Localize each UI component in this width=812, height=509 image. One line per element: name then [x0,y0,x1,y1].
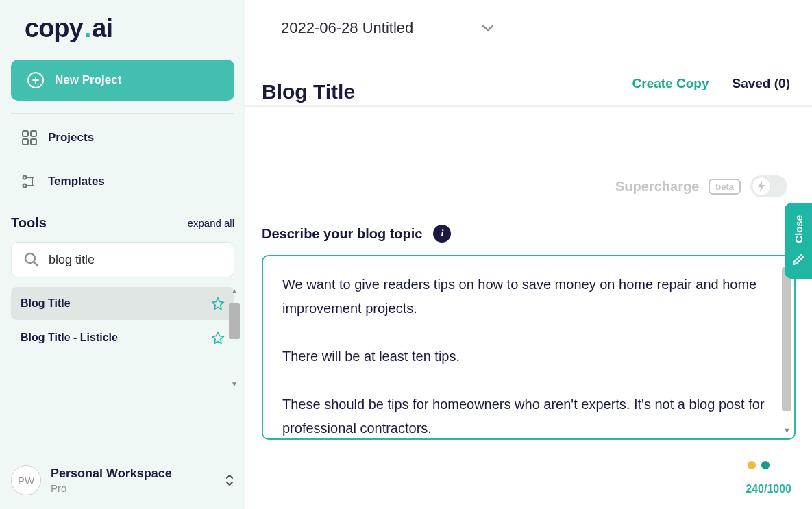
tool-item-blog-title[interactable]: Blog Title [11,287,234,320]
svg-point-5 [23,184,27,188]
logo: copy.ai [0,14,245,60]
prompt-label: Describe your blog topic [262,226,422,242]
project-title: 2022-06-28 Untitled [281,19,413,37]
pencil-icon [791,253,805,266]
textarea-scrollbar[interactable]: ▼ [780,260,793,434]
nav-projects-label: Projects [48,131,94,145]
workspace-name: Personal Workspace [51,467,215,481]
search-icon [24,252,39,267]
chevron-down-icon [482,24,494,32]
nav-templates-label: Templates [48,175,105,188]
workspace-plan: Pro [51,482,215,494]
svg-point-6 [25,253,35,263]
templates-icon [22,174,37,189]
workspace-switcher[interactable]: PW Personal Workspace Pro [0,451,245,509]
svg-rect-3 [31,139,36,145]
scroll-down-arrow[interactable]: ▼ [783,426,791,434]
scroll-up-arrow[interactable]: ▲ [229,287,240,297]
status-dot-warning [748,461,756,469]
tools-scrollbar[interactable]: ▲ ▼ [229,287,240,390]
expand-all-link[interactable]: expand all [188,217,234,229]
status-dot-ok [761,461,770,469]
new-project-label: New Project [55,73,121,87]
nav-templates[interactable]: Templates [11,162,234,201]
svg-rect-0 [23,131,28,136]
tab-saved[interactable]: Saved (0) [733,76,791,107]
tabs: Create Copy Saved (0) [632,76,790,107]
tool-item-label: Blog Title - Listicle [21,332,118,344]
info-icon[interactable]: i [433,225,451,243]
close-panel-button[interactable]: Close [785,203,812,279]
tools-search[interactable] [11,242,234,277]
supercharge-toggle[interactable] [750,175,787,197]
page-title: Blog Title [262,80,355,103]
blog-topic-textarea[interactable] [262,255,796,440]
beta-badge: beta [709,179,741,195]
nav-projects[interactable]: Projects [11,118,234,158]
tool-item-blog-title-listicle[interactable]: Blog Title - Listicle [11,321,234,354]
supercharge-label: Supercharge [615,179,699,195]
svg-rect-2 [23,139,28,145]
chevron-up-down-icon [225,473,234,487]
grid-icon [22,130,37,145]
workspace-avatar: PW [11,465,41,495]
scroll-thumb[interactable] [229,303,240,339]
status-indicators [748,461,770,469]
character-count: 240/1000 [262,483,796,495]
close-label: Close [793,215,804,243]
tab-create-copy[interactable]: Create Copy [632,76,709,107]
lightning-icon [752,177,771,196]
tools-list: Blog Title Blog Title - Listicle ▲ ▼ [11,287,234,356]
tools-heading: Tools [11,215,47,231]
plus-circle-icon: + [27,72,44,88]
star-icon[interactable] [211,297,225,310]
svg-point-4 [23,176,27,179]
project-selector[interactable]: 2022-06-28 Untitled [281,19,812,51]
tools-search-input[interactable] [49,253,221,267]
scroll-down-arrow[interactable]: ▼ [229,380,240,390]
scroll-thumb[interactable] [782,267,791,411]
tool-item-label: Blog Title [21,297,71,310]
divider [11,113,234,114]
svg-rect-1 [31,131,36,136]
new-project-button[interactable]: + New Project [11,60,234,101]
star-icon[interactable] [211,331,225,345]
